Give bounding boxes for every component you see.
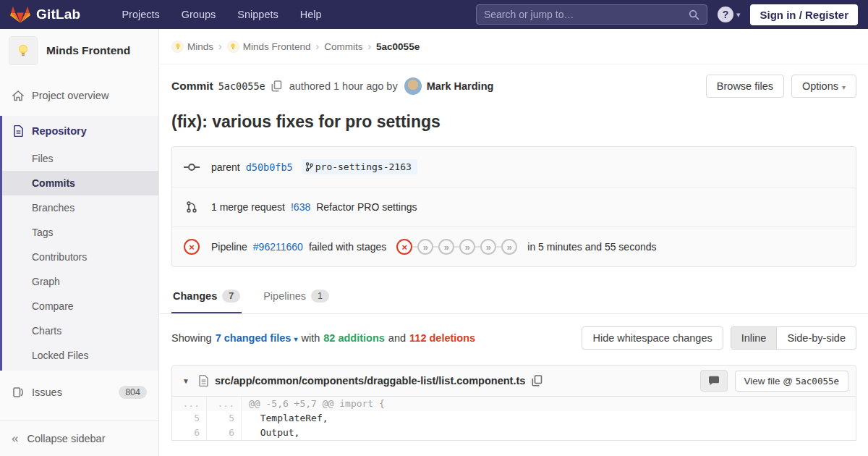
commit-info-box: parent d50b0fb5 pro-settings-2163: [171, 146, 856, 267]
sidebar-item-contributors[interactable]: Contributors: [2, 245, 158, 269]
nav-item-snippets[interactable]: Snippets: [228, 3, 287, 26]
pipeline-failed-icon[interactable]: ×: [184, 239, 200, 255]
sidebar-item-charts[interactable]: Charts: [2, 318, 158, 343]
sidebar-item-commits[interactable]: Commits: [2, 171, 158, 195]
inline-view-button[interactable]: Inline: [731, 326, 778, 350]
stage-connector: [454, 246, 459, 248]
merge-request-icon: [184, 201, 200, 213]
home-icon: [12, 90, 25, 101]
commit-header: Commit 5ac0055e authored 1 hour ago by M…: [160, 64, 868, 105]
sidebar: Minds Frontend Project overview Reposito…: [0, 29, 159, 456]
browse-files-button[interactable]: Browse files: [706, 75, 784, 98]
toggle-comments-button[interactable]: [700, 370, 728, 392]
with-text: with: [301, 332, 320, 344]
repository-subnav: Files Commits Branches Tags Contributors…: [2, 146, 158, 371]
help-menu[interactable]: ? ▾: [718, 7, 741, 22]
sidebar-item-graph[interactable]: Graph: [2, 269, 158, 294]
pipeline-stage-skipped-icon[interactable]: »: [417, 239, 433, 255]
sidebar-item-locked-files[interactable]: Locked Files: [2, 343, 158, 368]
tab-changes[interactable]: Changes 7: [171, 280, 242, 313]
branch-badge[interactable]: pro-settings-2163: [302, 159, 417, 174]
branch-icon: [305, 162, 313, 172]
pipeline-stage-failed-icon[interactable]: ×: [396, 239, 412, 255]
tab-pipelines[interactable]: Pipelines 1: [262, 280, 331, 313]
gitlab-logo[interactable]: GitLab: [10, 5, 80, 25]
sidebar-item-repository[interactable]: Repository: [2, 116, 158, 146]
stage-connector: [412, 246, 417, 248]
hide-whitespace-button[interactable]: Hide whitespace changes: [582, 326, 723, 350]
code-line: Output,: [242, 426, 856, 440]
breadcrumb-separator: ›: [218, 41, 222, 52]
mr-title: Refactor PRO settings: [316, 201, 417, 213]
hunk-header-text: @@ -5,6 +5,7 @@ import {: [242, 397, 856, 411]
parent-label: parent: [211, 161, 240, 173]
mr-ref-link[interactable]: !638: [291, 201, 310, 213]
author-name[interactable]: Mark Harding: [427, 80, 494, 92]
view-mode-toggle: Inline Side-by-side: [731, 326, 856, 350]
copy-icon: [271, 80, 282, 92]
nav-item-groups[interactable]: Groups: [172, 3, 226, 26]
old-line-number[interactable]: 6: [172, 426, 207, 440]
sidebar-item-compare[interactable]: Compare: [2, 294, 158, 318]
diff-line-row: 5 5 TemplateRef,: [172, 411, 856, 426]
collapse-file-caret-icon[interactable]: ▼: [179, 377, 192, 385]
pipeline-mini-graph: ×»»»»»: [396, 239, 517, 255]
project-link[interactable]: Minds Frontend: [0, 29, 158, 72]
breadcrumb-item-minds[interactable]: Minds: [171, 41, 213, 53]
copy-file-path-button[interactable]: [532, 375, 542, 387]
file-icon: [199, 375, 208, 387]
parent-sha-link[interactable]: d50b0fb5: [246, 161, 293, 173]
copy-sha-button[interactable]: [271, 80, 282, 92]
pipeline-stage-skipped-icon[interactable]: »: [501, 239, 517, 255]
nav-item-projects[interactable]: Projects: [112, 3, 169, 26]
file-path[interactable]: src/app/common/components/draggable-list…: [215, 375, 525, 387]
collapse-label: Collapse sidebar: [27, 433, 105, 444]
breadcrumb-item-commits[interactable]: Commits: [324, 41, 362, 52]
commit-sha: 5ac0055e: [218, 80, 265, 92]
pipeline-stage-skipped-icon[interactable]: »: [480, 239, 496, 255]
branch-name: pro-settings-2163: [315, 161, 412, 172]
and-text: and: [388, 332, 406, 344]
new-line-number[interactable]: 6: [207, 426, 242, 440]
pipeline-stage-skipped-icon[interactable]: »: [459, 239, 475, 255]
nav-item-help[interactable]: Help: [291, 3, 331, 26]
collapse-chevrons-icon: «: [12, 431, 18, 446]
changed-files-dropdown[interactable]: 7 changed files ▾: [216, 332, 298, 344]
author-avatar[interactable]: [404, 77, 422, 95]
pipeline-label: Pipeline: [211, 241, 247, 253]
pipeline-id-link[interactable]: #96211660: [253, 241, 303, 253]
sidebar-item-project-overview[interactable]: Project overview: [0, 83, 158, 109]
breadcrumb-separator: ›: [315, 41, 319, 52]
pipeline-stage-skipped-icon[interactable]: »: [438, 239, 454, 255]
breadcrumb-item-sha: 5ac0055e: [376, 41, 420, 52]
new-line-number[interactable]: 5: [207, 411, 242, 426]
view-file-button[interactable]: View file @ 5ac0055e: [735, 371, 848, 392]
old-line-number[interactable]: 5: [172, 411, 207, 426]
authored-text: authored 1 hour ago by: [289, 80, 398, 92]
additions-count: 82 additions: [323, 332, 385, 344]
collapse-sidebar-button[interactable]: « Collapse sidebar: [0, 421, 158, 456]
search-icon[interactable]: [689, 9, 699, 20]
help-icon[interactable]: ?: [718, 7, 733, 22]
options-dropdown-button[interactable]: Options▾: [791, 75, 856, 98]
pipeline-duration: in 5 minutes and 55 seconds: [527, 241, 656, 253]
commit-label: Commit: [171, 80, 213, 93]
sidebar-item-issues[interactable]: Issues 804: [0, 379, 158, 405]
merge-request-row: 1 merge request !638 Refactor PRO settin…: [172, 187, 856, 227]
diff-file-block: ▼ src/app/common/components/draggable-li…: [171, 365, 856, 441]
diff-hunk-row: ... ... @@ -5,6 +5,7 @@ import {: [172, 397, 856, 411]
sidebar-section-label: Repository: [32, 125, 87, 137]
sidebar-item-branches[interactable]: Branches: [2, 195, 158, 220]
sign-in-button[interactable]: Sign in / Register: [750, 4, 858, 25]
copy-icon: [532, 375, 542, 387]
search-box[interactable]: [476, 4, 707, 25]
search-input[interactable]: [484, 9, 689, 20]
stage-connector: [475, 246, 480, 248]
side-by-side-view-button[interactable]: Side-by-side: [777, 326, 856, 350]
breadcrumb-separator: ›: [367, 41, 371, 52]
breadcrumb-item-minds-frontend[interactable]: Minds Frontend: [227, 41, 311, 53]
sidebar-item-tags[interactable]: Tags: [2, 220, 158, 245]
sidebar-item-files[interactable]: Files: [2, 146, 158, 171]
old-line-number: ...: [172, 397, 207, 411]
top-navbar: GitLab Projects Groups Snippets Help ? ▾…: [0, 0, 868, 29]
